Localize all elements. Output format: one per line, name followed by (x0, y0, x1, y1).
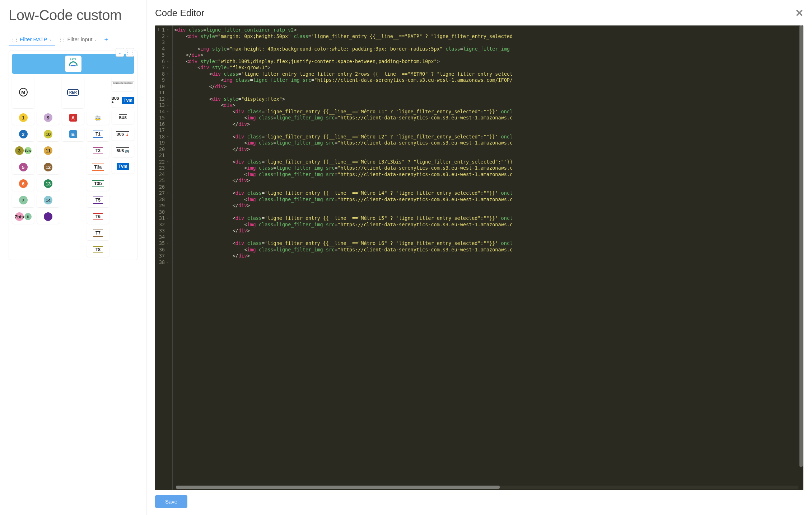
rer-line-b[interactable]: B (62, 127, 84, 141)
menu-icon: ⋮⋮ (126, 50, 134, 55)
bus-line-eiffel[interactable]: BUS 🗼 (112, 126, 134, 141)
left-panel: Low-Code custom ⋮⋮ Filter RATP ⌄ ⋮⋮ Filt… (0, 0, 146, 515)
drag-icon: ⋮⋮ (58, 37, 65, 42)
metro-line-1[interactable]: 1 (12, 110, 34, 125)
ratp-logo-text: RATP (70, 58, 76, 61)
metro-line-11[interactable]: 12 (37, 160, 59, 174)
metro-line-2[interactable]: 2 (12, 127, 34, 141)
tram-line-t3a[interactable]: T3a (87, 160, 109, 174)
ratp-logo: RATP (65, 56, 81, 72)
metro-column: M 1 2 33bis 5 6 7 7bis8 (12, 76, 34, 257)
metro-line-10[interactable]: 11 (37, 143, 59, 158)
metro-line-12[interactable]: 13 (37, 176, 59, 191)
metro-line-9[interactable]: 10 (37, 127, 59, 141)
ratp-header[interactable]: RATP (12, 54, 134, 74)
scrollbar-thumb[interactable] (799, 25, 803, 467)
tram-line-t5[interactable]: T5 (87, 193, 109, 207)
metro-icon: M (19, 88, 28, 96)
metro-line-4[interactable]: 5 (12, 160, 34, 174)
vertical-scrollbar[interactable] (799, 25, 803, 490)
tram-header[interactable]: 🚋 (87, 110, 109, 125)
metro-column-2: 9 10 11 12 13 14 (37, 76, 59, 257)
tvm-line[interactable]: Tvm (112, 159, 134, 174)
tram-column: 🚋 T1 T2 T3a T3b T5 T6 T7 T8 (87, 76, 109, 257)
bus-line[interactable]: BUS (112, 110, 134, 124)
right-panel: Code Editor ✕ ℹ1▾2▾3 4 5 6▾7▾8▾9 10 11 1… (146, 0, 812, 515)
rer-column: RER A B (62, 76, 84, 257)
rer-header[interactable]: RER (62, 76, 84, 108)
page-title: Low-Code custom (9, 7, 137, 23)
preview-tools: ⌄ ⋮⋮ (116, 48, 134, 57)
code-body[interactable]: <div class=ligne_filter_container_ratp_v… (173, 25, 803, 490)
metro-line-3[interactable]: 33bis (12, 143, 34, 158)
bus-line-bus[interactable]: BUS 🚌 (112, 143, 134, 157)
rer-line-a[interactable]: A (62, 110, 84, 125)
metro-line-14[interactable] (37, 209, 59, 224)
tabs-bar: ⋮⋮ Filter RATP ⌄ ⋮⋮ Filter input ⌄ + (9, 34, 137, 46)
collapse-button[interactable]: ⌄ (116, 48, 124, 57)
tram-line-t1[interactable]: T1 (87, 127, 109, 141)
rer-icon: RER (67, 89, 79, 96)
metro-line-8[interactable]: 9 (37, 110, 59, 125)
tab-filter-input[interactable]: ⋮⋮ Filter input ⌄ (56, 34, 101, 46)
chevron-down-icon: ⌄ (118, 50, 122, 55)
reseau-header[interactable]: RESEAU DE SURFACE (112, 76, 134, 91)
add-tab-button[interactable]: + (101, 36, 111, 44)
metro-header[interactable]: M (12, 76, 34, 108)
chevron-down-icon: ⌄ (94, 37, 97, 41)
code-editor[interactable]: ℹ1▾2▾3 4 5 6▾7▾8▾9 10 11 12▾13▾14▾15 16 … (155, 25, 803, 490)
widget-preview: ⌄ ⋮⋮ RATP M 1 2 33bis 5 6 7 (9, 51, 137, 260)
menu-button[interactable]: ⋮⋮ (126, 48, 134, 57)
metro-line-13[interactable]: 14 (37, 193, 59, 207)
horizontal-scrollbar[interactable] (176, 486, 798, 489)
metro-line-6[interactable]: 7 (12, 193, 34, 207)
scrollbar-thumb[interactable] (176, 486, 500, 489)
filter-grid: M 1 2 33bis 5 6 7 7bis8 9 10 11 12 13 (12, 76, 134, 257)
editor-title: Code Editor (155, 8, 204, 19)
tram-line-t8[interactable]: T8 (87, 242, 109, 257)
tab-label: Filter RATP (20, 36, 47, 42)
tram-line-t7[interactable]: T7 (87, 226, 109, 240)
line-gutter: ℹ1▾2▾3 4 5 6▾7▾8▾9 10 11 12▾13▾14▾15 16 … (155, 25, 173, 490)
bus-tvm-header[interactable]: BUS +Tvm (112, 93, 134, 108)
tram-line-t6[interactable]: T6 (87, 209, 109, 224)
chevron-down-icon: ⌄ (49, 37, 52, 41)
close-icon[interactable]: ✕ (795, 7, 803, 19)
save-button[interactable]: Save (155, 495, 187, 508)
surface-column: RESEAU DE SURFACE BUS +Tvm BUS BUS 🗼 BUS… (112, 76, 134, 257)
drag-icon: ⋮⋮ (11, 37, 18, 42)
metro-line-5[interactable]: 6 (12, 176, 34, 191)
metro-line-7[interactable]: 7bis8 (12, 209, 34, 224)
tram-line-t3b[interactable]: T3b (87, 176, 109, 191)
editor-header: Code Editor ✕ (155, 7, 803, 19)
reseau-label: RESEAU DE SURFACE (112, 81, 134, 86)
tram-line-t2[interactable]: T2 (87, 143, 109, 158)
tab-filter-ratp[interactable]: ⋮⋮ Filter RATP ⌄ (9, 34, 55, 46)
tram-icon: 🚋 (95, 115, 101, 121)
tab-label: Filter input (67, 36, 92, 42)
